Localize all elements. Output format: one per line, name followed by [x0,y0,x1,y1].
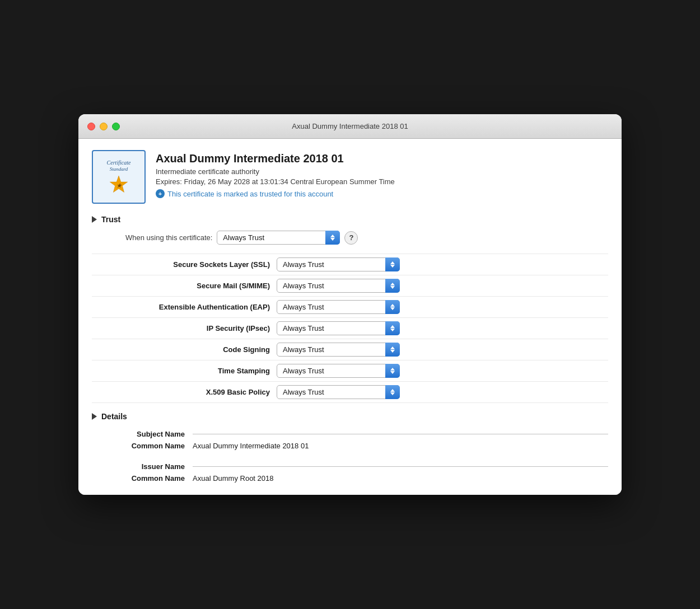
help-button[interactable]: ? [344,231,358,245]
trust-triangle-icon[interactable] [92,216,97,223]
trust-label-timestamp: Time Stamping [92,367,277,375]
trust-item-smime: Secure Mail (S/MIME) Always Trust Never … [92,275,608,297]
cert-header: Certificate Standard ★ Axual Dummy Inter… [92,150,608,204]
traffic-lights [87,123,120,130]
subject-common-name-value: Axual Dummy Intermediate 2018 01 [193,442,309,450]
smime-select[interactable]: Always Trust Never Trust Use System Defa… [277,279,400,293]
trust-item-ipsec: IP Security (IPsec) Always Trust Never T… [92,318,608,339]
cert-icon-inner: Certificate Standard ★ [107,156,131,198]
maximize-button[interactable] [112,123,120,130]
ssl-select[interactable]: Always Trust Never Trust Use System Defa… [277,257,400,271]
issuer-name-divider [193,466,608,467]
cert-badge-icon: ★ [108,175,129,196]
trust-label-ssl: Secure Sockets Layer (SSL) [92,260,277,269]
timestamp-select-wrapper: Always Trust Never Trust Use System Defa… [277,364,400,378]
details-section: Details Subject Name Common Name Axual D… [92,412,608,484]
cert-info: Axual Dummy Intermediate 2018 01 Interme… [156,150,608,198]
titlebar: Axual Dummy Intermediate 2018 01 [78,114,622,139]
subject-name-header-row: Subject Name [92,428,608,441]
cert-trusted-text: This certificate is marked as trusted fo… [167,190,333,198]
main-trust-select-wrapper: Always Trust Never Trust Use System Defa… [217,231,340,245]
trust-item-eap: Extensible Authentication (EAP) Always T… [92,297,608,318]
trust-item-x509: X.509 Basic Policy Always Trust Never Tr… [92,382,608,403]
subject-common-name-row: Common Name Axual Dummy Intermediate 201… [92,441,608,451]
subject-name-label: Subject Name [92,430,193,438]
subject-common-name-label: Common Name [92,442,193,450]
codesign-select[interactable]: Always Trust Never Trust Use System Defa… [277,343,400,357]
x509-select-wrapper: Always Trust Never Trust Use System Defa… [277,385,400,399]
smime-select-wrapper: Always Trust Never Trust Use System Defa… [277,279,400,293]
timestamp-select[interactable]: Always Trust Never Trust Use System Defa… [277,364,400,378]
trust-label-smime: Secure Mail (S/MIME) [92,282,277,290]
issuer-name-label: Issuer Name [92,462,193,471]
main-trust-row: When using this certificate: Always Trus… [92,231,608,245]
issuer-name-header-row: Issuer Name [92,460,608,473]
when-using-label: When using this certificate: [125,233,212,242]
codesign-select-wrapper: Always Trust Never Trust Use System Defa… [277,343,400,357]
details-triangle-icon[interactable] [92,413,97,420]
ipsec-select-wrapper: Always Trust Never Trust Use System Defa… [277,321,400,335]
trusted-icon: + [156,189,165,198]
issuer-common-name-row: Common Name Axual Dummy Root 2018 [92,473,608,484]
window-title: Axual Dummy Intermediate 2018 01 [78,122,622,130]
trust-item-ssl: Secure Sockets Layer (SSL) Always Trust … [92,254,608,275]
cert-subtitle: Intermediate certificate authority [156,167,608,176]
main-trust-field-wrap: Always Trust Never Trust Use System Defa… [217,231,358,245]
trust-section-header: Trust [92,215,608,224]
details-section-header: Details [92,412,608,421]
trust-section-title: Trust [101,215,120,224]
eap-select-wrapper: Always Trust Never Trust Use System Defa… [277,300,400,314]
trust-item-codesign: Code Signing Always Trust Never Trust Us… [92,339,608,360]
certificate-window: Axual Dummy Intermediate 2018 01 Certifi… [78,114,622,495]
issuer-common-name-value: Axual Dummy Root 2018 [193,474,274,482]
ipsec-select[interactable]: Always Trust Never Trust Use System Defa… [277,321,400,335]
x509-select[interactable]: Always Trust Never Trust Use System Defa… [277,385,400,399]
trust-label-ipsec: IP Security (IPsec) [92,324,277,332]
trust-label-eap: Extensible Authentication (EAP) [92,303,277,311]
ssl-select-wrapper: Always Trust Never Trust Use System Defa… [277,257,400,271]
subject-name-divider [193,434,608,434]
eap-select[interactable]: Always Trust Never Trust Use System Defa… [277,300,400,314]
minimize-button[interactable] [100,123,108,130]
cert-icon: Certificate Standard ★ [92,150,146,204]
trust-rows-section: Secure Sockets Layer (SSL) Always Trust … [92,254,608,403]
cert-trusted: + This certificate is marked as trusted … [156,189,608,198]
issuer-name-header-row-wrap: Issuer Name Common Name Axual Dummy Root… [92,460,608,484]
close-button[interactable] [87,123,95,130]
details-section-title: Details [101,412,127,421]
content-area: Certificate Standard ★ Axual Dummy Inter… [78,139,622,495]
trust-label-codesign: Code Signing [92,345,277,354]
cert-title: Axual Dummy Intermediate 2018 01 [156,152,608,165]
trust-section: Trust When using this certificate: Alway… [92,215,608,403]
trust-label-x509: X.509 Basic Policy [92,388,277,396]
trust-item-timestamp: Time Stamping Always Trust Never Trust U… [92,360,608,382]
cert-expires: Expires: Friday, 26 May 2028 at 13:01:34… [156,177,608,186]
main-trust-select[interactable]: Always Trust Never Trust Use System Defa… [217,231,340,245]
issuer-common-name-label: Common Name [92,474,193,482]
